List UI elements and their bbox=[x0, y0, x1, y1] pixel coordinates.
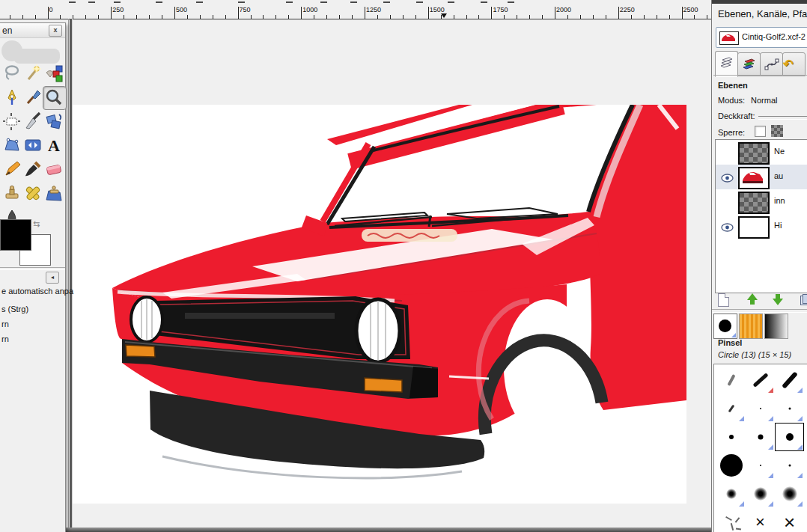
clone-tool[interactable] bbox=[2, 183, 23, 204]
lock-pixels-checkbox[interactable] bbox=[755, 126, 766, 137]
color-swatches: ⇆ bbox=[0, 219, 63, 264]
new-layer-icon[interactable] bbox=[718, 293, 729, 307]
brush-cell-dot-2[interactable] bbox=[746, 394, 775, 423]
layer-thumbnail[interactable] bbox=[738, 167, 770, 189]
lock-alpha-icon[interactable] bbox=[771, 125, 783, 137]
brush-cell-fuzzy-14[interactable] bbox=[716, 480, 746, 508]
gradient-preview-tab[interactable] bbox=[764, 314, 788, 339]
layer-name[interactable]: au bbox=[774, 171, 783, 180]
visibility-eye-icon[interactable] bbox=[721, 221, 734, 235]
pencil-tool[interactable] bbox=[2, 159, 23, 180]
layer-name[interactable]: inn bbox=[774, 196, 785, 205]
opacity-slider[interactable] bbox=[758, 116, 807, 120]
flip-tool[interactable] bbox=[23, 135, 44, 156]
brush-cell-scatter[interactable] bbox=[716, 508, 746, 532]
ruler-label: 2000 bbox=[556, 6, 571, 13]
generated-brush-marker bbox=[739, 416, 744, 421]
close-icon[interactable]: x bbox=[49, 25, 62, 37]
tool-option-line[interactable]: s (Strg) bbox=[1, 305, 28, 314]
raise-layer-icon[interactable] bbox=[746, 293, 758, 306]
window-bottom-edge bbox=[0, 528, 711, 532]
image-thumbnail bbox=[719, 31, 739, 45]
ruler-label: 1500 bbox=[430, 6, 445, 13]
brush-cell-stroke2[interactable] bbox=[775, 366, 804, 394]
pattern-preview-tab[interactable] bbox=[739, 314, 763, 339]
brush-cell-dot-3[interactable] bbox=[775, 451, 804, 480]
brush-cell-dot-3[interactable] bbox=[775, 394, 804, 423]
brush-cell-stroke[interactable] bbox=[746, 366, 775, 394]
tool-option-line[interactable]: e automatisch anpa bbox=[1, 287, 73, 296]
brush-cell-dot-4[interactable] bbox=[804, 394, 807, 423]
fuzzy-select-tool[interactable] bbox=[23, 64, 44, 85]
crop-tool[interactable] bbox=[23, 111, 44, 132]
layers-section-title: Ebenen bbox=[718, 81, 748, 90]
brush-cell-dot-10[interactable] bbox=[775, 423, 804, 451]
eraser-tool[interactable] bbox=[44, 159, 65, 180]
brush-cell-circle-30[interactable] bbox=[716, 451, 746, 480]
brush-cell-fuzzy-18[interactable] bbox=[746, 480, 775, 508]
text-tool[interactable]: A bbox=[44, 135, 65, 156]
layer-row[interactable]: inn bbox=[716, 189, 807, 214]
brush-cell-stroke[interactable] bbox=[804, 366, 807, 394]
duplicate-layer-icon[interactable] bbox=[800, 294, 807, 305]
undo-history-tab[interactable]: ↶ bbox=[782, 52, 806, 76]
paintbrush-tool[interactable] bbox=[23, 159, 44, 180]
collapse-options-button[interactable]: ◂ bbox=[46, 272, 59, 284]
generated-brush-marker bbox=[797, 501, 803, 507]
tool-option-line[interactable]: rn bbox=[1, 334, 9, 343]
brushes-title: Pinsel bbox=[718, 338, 742, 347]
brush-cell-slant-sm[interactable] bbox=[716, 394, 746, 423]
select-by-color-tool[interactable] bbox=[44, 64, 65, 85]
horizontal-ruler[interactable]: 02505007501000125015001750200022502500 bbox=[0, 4, 711, 19]
lower-layer-icon[interactable] bbox=[772, 293, 784, 306]
perspective-tool[interactable] bbox=[2, 135, 23, 156]
rotate-tool[interactable] bbox=[44, 111, 65, 132]
ruler-label: 500 bbox=[176, 6, 187, 13]
brush-cell-slant[interactable] bbox=[716, 366, 746, 394]
ruler-label: 1000 bbox=[302, 6, 317, 13]
paths-tab[interactable] bbox=[760, 52, 783, 76]
layer-name[interactable]: Ne bbox=[774, 147, 785, 156]
swap-colors-icon[interactable]: ⇆ bbox=[33, 219, 40, 229]
brush-cell-dot-6[interactable] bbox=[716, 423, 746, 451]
color-picker-tool[interactable] bbox=[23, 88, 44, 108]
brush-cell-x-24[interactable]: × bbox=[804, 508, 807, 532]
brush-cell-x-18[interactable]: × bbox=[775, 508, 804, 532]
free-select-tool[interactable] bbox=[2, 64, 23, 85]
layers-tab[interactable] bbox=[715, 51, 738, 77]
image-selector-dropdown[interactable]: Cintiq-Golf2.xcf-2 bbox=[716, 27, 807, 48]
toolbox-titlebar[interactable]: en x bbox=[0, 23, 65, 38]
brush-cell-fuzzy-20[interactable] bbox=[804, 480, 807, 508]
brush-cell-dot-12[interactable] bbox=[804, 423, 807, 451]
brush-cell-dot-2[interactable] bbox=[746, 451, 775, 480]
ruler-label: 250 bbox=[112, 6, 124, 13]
tool-option-line[interactable]: rn bbox=[1, 319, 9, 328]
layer-row[interactable]: au bbox=[716, 165, 807, 189]
generated-brush-marker bbox=[768, 416, 773, 421]
generated-brush-marker bbox=[768, 388, 773, 393]
brush-cell-x-14[interactable]: × bbox=[746, 508, 775, 532]
channels-tab[interactable] bbox=[737, 52, 761, 76]
generated-brush-marker bbox=[739, 501, 744, 507]
paths-tool[interactable] bbox=[2, 88, 23, 108]
mode-value-dropdown[interactable]: Normal bbox=[751, 96, 777, 105]
layer-thumbnail[interactable] bbox=[738, 142, 770, 165]
layer-name[interactable]: Hi bbox=[774, 221, 782, 230]
layer-thumbnail[interactable] bbox=[738, 192, 770, 214]
zoom-tool[interactable] bbox=[43, 86, 67, 110]
generated-brush-marker bbox=[797, 388, 803, 393]
align-tool[interactable] bbox=[2, 111, 23, 132]
layer-thumbnail[interactable] bbox=[738, 216, 770, 239]
layer-list: NeauinnHi bbox=[715, 139, 807, 293]
brush-cell-fuzzy-20[interactable] bbox=[775, 480, 804, 508]
brush-cell-dot-7[interactable] bbox=[746, 423, 775, 451]
image-canvas[interactable] bbox=[73, 105, 686, 504]
heal-tool[interactable] bbox=[23, 183, 44, 204]
brush-preview-tab[interactable] bbox=[713, 314, 737, 339]
foreground-color-swatch[interactable] bbox=[0, 219, 31, 251]
layer-row[interactable]: Ne bbox=[716, 140, 807, 165]
layer-row[interactable]: Hi bbox=[716, 214, 807, 239]
visibility-eye-icon[interactable] bbox=[721, 172, 734, 186]
perspective-clone-tool[interactable] bbox=[44, 183, 65, 204]
brush-cell-dot-3[interactable] bbox=[804, 451, 807, 480]
